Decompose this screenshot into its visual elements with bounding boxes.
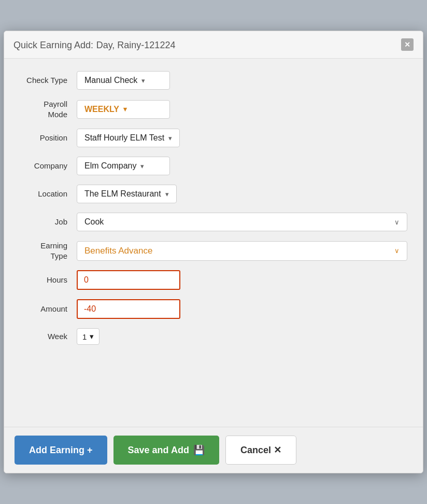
cancel-button[interactable]: Cancel ✕ [225,436,296,465]
cancel-label: Cancel ✕ [240,444,281,456]
chevron-down-icon: ▾ [165,190,169,198]
amount-control [77,299,407,319]
hours-control [77,270,407,290]
amount-row: Amount [20,299,407,319]
check-type-control: Manual Check ▾ [77,71,407,90]
chevron-down-icon: ▾ [168,134,172,142]
job-label: Job [20,217,77,227]
modal-footer: Add Earning + Save and Add 💾 Cancel ✕ [4,427,423,473]
week-dropdown[interactable]: 1 ▾ [77,328,99,345]
job-value: Cook [84,217,104,227]
position-row: Position Staff Hourly ELM Test ▾ [20,129,407,147]
close-button[interactable]: ✕ [401,38,414,51]
modal-title: Quick Earning Add: Day, Rainy-121224 [13,39,175,51]
check-type-dropdown[interactable]: Manual Check ▾ [77,71,170,90]
hours-row: Hours [20,270,407,290]
company-label: Company [20,161,77,171]
position-label: Position [20,133,77,143]
payroll-mode-control: WEEKLY ▾ [77,100,407,119]
quick-earning-modal: Quick Earning Add: Day, Rainy-121224 ✕ C… [4,31,423,473]
earning-type-dropdown[interactable]: Benefits Advance ∨ [77,241,407,261]
amount-label: Amount [20,304,77,314]
earning-type-row: EarningType Benefits Advance ∨ [20,241,407,261]
job-row: Job Cook ∨ [20,213,407,231]
save-icon: 💾 [193,444,205,456]
chevron-down-icon: ∨ [394,247,400,255]
chevron-down-icon: ▾ [141,77,145,85]
hours-input[interactable] [77,270,180,290]
earning-type-label: EarningType [20,241,77,261]
body-spacer [20,354,407,416]
check-type-value: Manual Check [84,76,137,85]
job-control: Cook ∨ [77,213,407,231]
company-dropdown[interactable]: Elm Company ▾ [77,157,170,175]
add-earning-button[interactable]: Add Earning + [15,436,107,465]
week-value: 1 [82,332,87,341]
job-dropdown[interactable]: Cook ∨ [77,213,407,231]
company-control: Elm Company ▾ [77,157,407,175]
location-dropdown[interactable]: The ELM Restaurant ▾ [77,185,177,203]
amount-input[interactable] [77,299,180,319]
position-value: Staff Hourly ELM Test [84,133,164,143]
position-dropdown[interactable]: Staff Hourly ELM Test ▾ [77,129,180,147]
modal-body: Check Type Manual Check ▾ PayrollMode WE… [4,59,423,427]
payroll-mode-label: PayrollMode [20,99,77,119]
chevron-down-icon: ▾ [90,332,94,341]
check-type-label: Check Type [20,75,77,86]
location-control: The ELM Restaurant ▾ [77,185,407,203]
chevron-down-icon: ∨ [394,218,400,226]
payroll-mode-value: WEEKLY [84,105,119,114]
location-label: Location [20,189,77,199]
week-row: Week 1 ▾ [20,328,407,345]
location-row: Location The ELM Restaurant ▾ [20,185,407,203]
payroll-mode-dropdown[interactable]: WEEKLY ▾ [77,100,170,119]
hours-label: Hours [20,275,77,285]
earning-type-value: Benefits Advance [84,246,152,256]
position-control: Staff Hourly ELM Test ▾ [77,129,407,147]
company-row: Company Elm Company ▾ [20,157,407,175]
check-type-row: Check Type Manual Check ▾ [20,71,407,90]
chevron-down-icon: ▾ [123,105,127,113]
company-value: Elm Company [84,161,136,171]
save-and-add-label: Save and Add [128,445,189,456]
chevron-down-icon: ▾ [140,162,144,170]
payroll-mode-row: PayrollMode WEEKLY ▾ [20,99,407,119]
save-and-add-button[interactable]: Save and Add 💾 [113,436,219,465]
modal-header: Quick Earning Add: Day, Rainy-121224 ✕ [4,31,423,59]
modal-title-main: Quick Earning Add: [13,40,93,50]
earning-type-control: Benefits Advance ∨ [77,241,407,261]
week-control: 1 ▾ [77,328,407,345]
week-label: Week [20,331,77,342]
location-value: The ELM Restaurant [84,189,161,199]
modal-title-subtitle: Day, Rainy-121224 [96,40,176,50]
add-earning-label: Add Earning + [29,445,93,456]
